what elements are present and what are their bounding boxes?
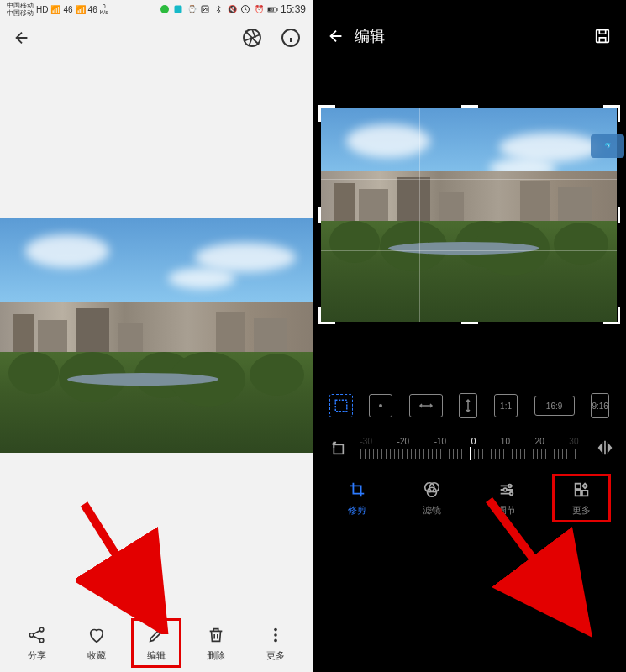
bluetooth-icon <box>213 4 224 15</box>
rotation-ruler-row: -30 -20 -10 0 10 20 30 <box>313 431 626 465</box>
speed-unit: K/s <box>100 9 108 15</box>
hd-badge: HD <box>36 5 48 14</box>
svg-rect-16 <box>597 30 609 43</box>
trash-icon <box>205 624 227 646</box>
share-label: 分享 <box>28 649 46 662</box>
svg-point-13 <box>275 627 278 631</box>
tab-crop-label: 修剪 <box>348 504 366 517</box>
share-button[interactable]: 分享 <box>12 624 62 662</box>
viewer-bottom-bar: 分享 收藏 编辑 删除 更多 <box>0 613 313 672</box>
heart-icon <box>86 624 108 646</box>
net-label: 46 <box>63 5 72 14</box>
filter-icon <box>422 480 442 500</box>
crop-frame[interactable] <box>321 108 618 322</box>
svg-point-14 <box>275 633 278 637</box>
svg-point-23 <box>508 485 512 488</box>
svg-point-25 <box>510 492 513 496</box>
svg-point-18 <box>379 404 382 407</box>
speed-value: 0 <box>103 3 106 9</box>
delete-label: 删除 <box>207 649 225 662</box>
pencil-icon <box>145 624 167 646</box>
svg-rect-26 <box>576 484 581 489</box>
svg-point-0 <box>160 5 169 13</box>
photo-editor-screen: 编辑 <box>313 0 626 672</box>
tab-filter[interactable]: 滤镜 <box>402 480 461 517</box>
status-bar: 中国移动 中国移动 HD 📶 46 📶 46 0 K/s ⌚ <box>0 0 313 18</box>
rotate-90-button[interactable] <box>328 438 346 457</box>
carrier-label-2: 中国移动 <box>7 10 34 17</box>
watch-icon: ⌚ <box>187 4 197 15</box>
mute-icon: 🔇 <box>227 4 238 15</box>
viewer-header <box>0 18 313 57</box>
tab-adjust[interactable]: 调节 <box>477 480 536 517</box>
edit-button[interactable]: 编辑 <box>131 618 181 668</box>
share-icon <box>26 624 48 646</box>
rotation-ruler[interactable]: -30 -20 -10 0 10 20 30 <box>360 437 579 459</box>
favorite-label: 收藏 <box>87 649 106 662</box>
grid-icon <box>571 480 592 500</box>
back-button[interactable] <box>10 26 34 50</box>
more-icon <box>265 624 287 646</box>
mirror-button[interactable] <box>596 438 614 457</box>
aperture-icon[interactable] <box>240 26 264 50</box>
tab-adjust-label: 调节 <box>497 504 516 517</box>
svg-rect-28 <box>582 491 587 496</box>
svg-rect-19 <box>334 444 343 454</box>
signal-icon: 📶 <box>50 5 60 14</box>
ratio-portrait[interactable] <box>459 393 477 418</box>
watermark: 🐬 <box>591 134 624 158</box>
info-icon[interactable] <box>279 26 302 50</box>
dnd-icon <box>240 4 251 15</box>
wechat-icon <box>160 4 171 15</box>
photo-content <box>0 218 313 453</box>
edit-label: 编辑 <box>147 649 166 662</box>
ratio-landscape[interactable] <box>409 394 443 417</box>
app-icon <box>173 4 184 15</box>
carrier-label: 中国移动 <box>7 3 34 9</box>
svg-rect-1 <box>175 6 182 13</box>
svg-rect-17 <box>335 400 347 412</box>
editor-title: 编辑 <box>355 26 385 46</box>
delete-button[interactable]: 删除 <box>191 624 241 662</box>
svg-point-24 <box>503 488 507 491</box>
favorite-button[interactable]: 收藏 <box>71 624 122 662</box>
ratio-9-16[interactable]: 9:16 <box>591 393 609 418</box>
tab-more-label: 更多 <box>572 504 591 517</box>
more-button[interactable]: 更多 <box>250 624 301 662</box>
photo-content <box>321 108 617 322</box>
ratio-free[interactable] <box>329 394 353 417</box>
back-button[interactable] <box>324 24 348 48</box>
gallery-viewer-screen: 中国移动 中国移动 HD 📶 46 📶 46 0 K/s ⌚ <box>0 0 313 672</box>
more-label: 更多 <box>266 649 285 662</box>
photo-viewport[interactable] <box>0 57 313 613</box>
editor-tabs: 修剪 滤镜 调节 更多 <box>313 473 626 523</box>
crop-icon <box>347 480 367 500</box>
sliders-icon <box>497 480 517 500</box>
editor-header: 编辑 <box>313 15 626 57</box>
tab-more[interactable]: 更多 <box>552 474 611 522</box>
ratio-1-1[interactable]: 1:1 <box>494 394 518 417</box>
aspect-ratio-row: 1:1 16:9 9:16 <box>313 389 626 423</box>
svg-text:68: 68 <box>271 8 274 12</box>
clock: 15:39 <box>281 3 306 15</box>
nfc-icon <box>200 4 211 15</box>
svg-point-15 <box>275 638 278 642</box>
alarm-icon: ⏰ <box>254 4 265 15</box>
svg-rect-5 <box>276 8 277 11</box>
tab-filter-label: 滤镜 <box>423 504 441 517</box>
save-button[interactable] <box>591 24 614 48</box>
ratio-16-9[interactable]: 16:9 <box>534 396 575 416</box>
svg-rect-27 <box>576 491 581 496</box>
tab-crop[interactable]: 修剪 <box>328 480 387 517</box>
net-label-2: 46 <box>88 5 97 14</box>
battery-icon: 68 <box>267 4 278 15</box>
ratio-original[interactable] <box>369 394 392 417</box>
signal-icon-2: 📶 <box>76 5 86 14</box>
